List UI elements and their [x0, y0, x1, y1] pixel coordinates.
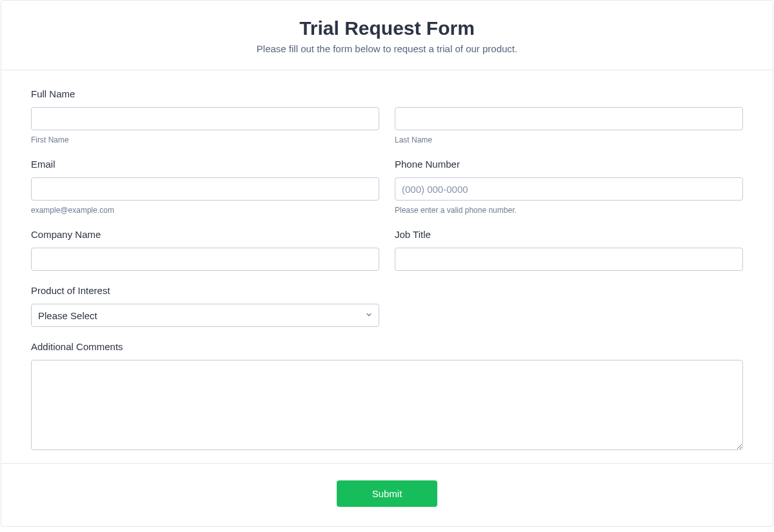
- first-name-input[interactable]: [31, 107, 379, 130]
- phone-sublabel: Please enter a valid phone number.: [395, 206, 743, 215]
- product-label: Product of Interest: [31, 285, 379, 296]
- job-title-label: Job Title: [395, 229, 743, 240]
- email-phone-row: Email example@example.com Phone Number P…: [31, 159, 743, 215]
- form-body: Full Name First Name Last Name Email exa…: [1, 70, 773, 463]
- comments-textarea[interactable]: [31, 360, 743, 450]
- comments-label: Additional Comments: [31, 341, 743, 352]
- form-header: Trial Request Form Please fill out the f…: [1, 1, 773, 70]
- comments-col: Additional Comments: [31, 341, 743, 450]
- phone-input[interactable]: [395, 177, 743, 201]
- full-name-group: Full Name First Name Last Name: [31, 88, 743, 144]
- first-name-col: First Name: [31, 107, 379, 144]
- trial-request-form: Trial Request Form Please fill out the f…: [1, 0, 773, 527]
- full-name-label: Full Name: [31, 88, 743, 99]
- email-sublabel: example@example.com: [31, 206, 379, 215]
- form-title: Trial Request Form: [27, 17, 747, 39]
- product-select-wrapper: Please Select: [31, 304, 379, 327]
- job-title-col: Job Title: [395, 229, 743, 271]
- product-select[interactable]: Please Select: [31, 304, 379, 327]
- name-inputs-row: First Name Last Name: [31, 107, 743, 144]
- company-col: Company Name: [31, 229, 379, 271]
- company-input[interactable]: [31, 248, 379, 271]
- email-col: Email example@example.com: [31, 159, 379, 215]
- company-job-row: Company Name Job Title: [31, 229, 743, 271]
- email-label: Email: [31, 159, 379, 170]
- last-name-col: Last Name: [395, 107, 743, 144]
- company-label: Company Name: [31, 229, 379, 240]
- job-title-input[interactable]: [395, 248, 743, 271]
- submit-button[interactable]: Submit: [337, 480, 437, 507]
- form-footer: Submit: [1, 463, 773, 526]
- phone-label: Phone Number: [395, 159, 743, 170]
- first-name-sublabel: First Name: [31, 135, 379, 144]
- phone-col: Phone Number Please enter a valid phone …: [395, 159, 743, 215]
- last-name-input[interactable]: [395, 107, 743, 130]
- email-input[interactable]: [31, 177, 379, 201]
- last-name-sublabel: Last Name: [395, 135, 743, 144]
- form-subtitle: Please fill out the form below to reques…: [27, 43, 747, 54]
- product-col: Product of Interest Please Select: [31, 285, 379, 327]
